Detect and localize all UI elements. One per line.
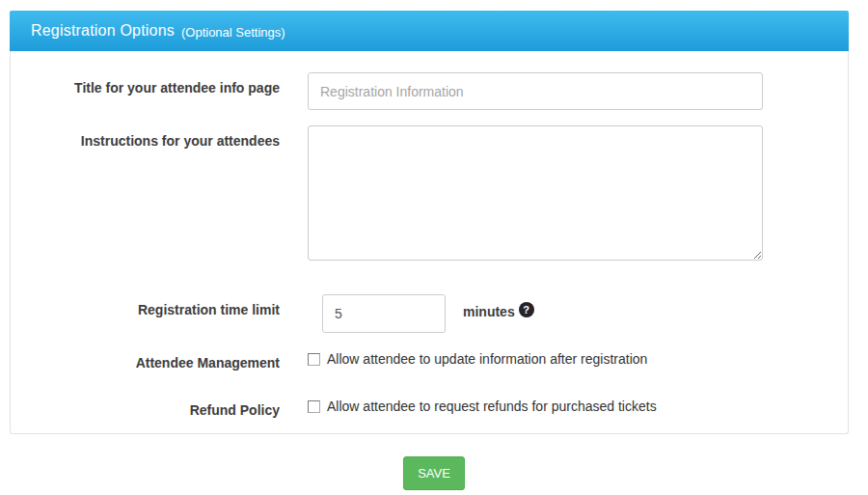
attendee-management-label: Attendee Management [11, 347, 280, 371]
panel-header: Registration Options (Optional Settings) [10, 11, 849, 51]
panel-title: Registration Options [31, 22, 175, 40]
instructions-field-label: Instructions for your attendees [11, 125, 280, 149]
attendee-instructions-textarea[interactable] [308, 125, 763, 261]
attendee-update-checkbox-label[interactable]: Allow attendee to update information aft… [308, 347, 647, 367]
refund-request-checkbox-label[interactable]: Allow attendee to request refunds for pu… [308, 395, 657, 414]
time-limit-field-row: Registration time limit minutes ? [11, 294, 848, 333]
registration-options-panel: Registration Options (Optional Settings)… [10, 11, 849, 434]
title-field-label: Title for your attendee info page [11, 72, 280, 96]
attendee-update-checkbox-text: Allow attendee to update information aft… [327, 351, 647, 367]
refund-policy-row: Refund Policy Allow attendee to request … [11, 395, 848, 418]
minutes-unit-label: minutes [463, 294, 515, 319]
refund-request-checkbox-text: Allow attendee to request refunds for pu… [327, 399, 657, 414]
attendee-page-title-input[interactable] [308, 72, 763, 110]
attendee-management-row: Attendee Management Allow attendee to up… [11, 347, 848, 371]
save-button[interactable]: SAVE [403, 456, 465, 490]
save-button-area: SAVE [0, 456, 868, 490]
time-limit-field-label: Registration time limit [11, 294, 280, 317]
refund-request-checkbox[interactable] [308, 400, 320, 413]
title-field-row: Title for your attendee info page [11, 72, 848, 110]
registration-time-limit-input[interactable] [322, 294, 446, 333]
question-mark-icon[interactable]: ? [519, 302, 534, 317]
panel-body: Title for your attendee info page Instru… [10, 51, 849, 434]
instructions-field-row: Instructions for your attendees [11, 125, 848, 261]
refund-policy-label: Refund Policy [11, 395, 280, 418]
attendee-update-checkbox[interactable] [308, 353, 320, 366]
panel-subtitle: (Optional Settings) [181, 23, 285, 40]
